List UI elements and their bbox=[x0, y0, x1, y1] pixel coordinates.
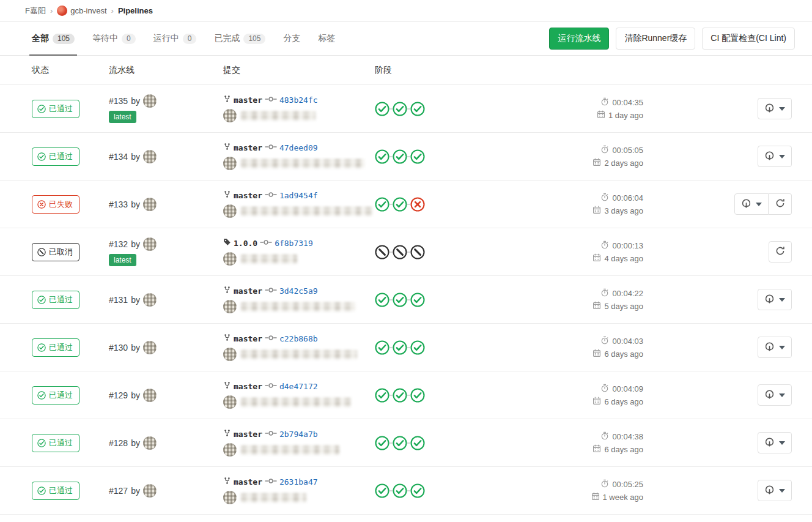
stage-status-passed-icon[interactable] bbox=[393, 149, 407, 164]
stage-status-passed-icon[interactable] bbox=[393, 483, 407, 498]
stage-status-canceled-icon[interactable] bbox=[410, 245, 425, 259]
stage-status-passed-icon[interactable] bbox=[393, 293, 407, 307]
user-avatar[interactable] bbox=[143, 484, 157, 498]
committer-avatar[interactable] bbox=[223, 157, 237, 170]
user-avatar[interactable] bbox=[143, 341, 157, 354]
download-artifacts-button[interactable] bbox=[758, 289, 792, 310]
status-badge[interactable]: 已通过 bbox=[32, 482, 79, 500]
committer-avatar[interactable] bbox=[223, 204, 237, 218]
pipeline-id-link[interactable]: #128 bbox=[109, 438, 128, 448]
status-badge[interactable]: 已通过 bbox=[32, 147, 79, 166]
stage-status-passed-icon[interactable] bbox=[375, 436, 389, 450]
stage-status-passed-icon[interactable] bbox=[375, 340, 389, 355]
user-avatar[interactable] bbox=[143, 198, 157, 211]
user-avatar[interactable] bbox=[143, 237, 157, 251]
stage-status-passed-icon[interactable] bbox=[393, 388, 407, 403]
commit-sha-link[interactable]: 2b794a7b bbox=[279, 430, 318, 439]
ref-link[interactable]: master bbox=[234, 382, 262, 391]
committer-avatar[interactable] bbox=[223, 491, 237, 504]
status-badge[interactable]: 已通过 bbox=[32, 338, 79, 357]
status-badge[interactable]: 已通过 bbox=[32, 291, 79, 309]
stage-status-passed-icon[interactable] bbox=[410, 293, 425, 307]
status-badge[interactable]: 已取消 bbox=[32, 243, 79, 261]
committer-avatar[interactable] bbox=[223, 252, 237, 266]
stage-status-passed-icon[interactable] bbox=[375, 102, 389, 116]
user-avatar[interactable] bbox=[143, 94, 157, 108]
stage-status-failed-icon[interactable] bbox=[410, 197, 425, 212]
stage-status-passed-icon[interactable] bbox=[410, 149, 425, 164]
commit-sha-link[interactable]: 483b24fc bbox=[279, 95, 318, 105]
stage-status-passed-icon[interactable] bbox=[393, 436, 407, 450]
clear-runner-cache-button[interactable]: 清除Runner缓存 bbox=[616, 28, 695, 50]
commit-sha-link[interactable]: 6f8b7319 bbox=[275, 239, 313, 248]
download-artifacts-button[interactable] bbox=[758, 146, 792, 167]
pipeline-id-link[interactable]: #135 bbox=[109, 96, 128, 106]
breadcrumb-group-link[interactable]: F嘉阳 bbox=[25, 6, 46, 17]
stage-status-passed-icon[interactable] bbox=[375, 388, 389, 403]
pipeline-id-link[interactable]: #129 bbox=[109, 390, 128, 400]
pipeline-id-link[interactable]: #127 bbox=[109, 486, 128, 496]
stage-status-passed-icon[interactable] bbox=[393, 197, 407, 212]
retry-pipeline-button[interactable] bbox=[769, 193, 792, 215]
status-badge[interactable]: 已通过 bbox=[32, 100, 79, 118]
committer-avatar[interactable] bbox=[223, 300, 237, 313]
breadcrumb-project-link[interactable]: gcb-invest bbox=[57, 6, 106, 16]
retry-pipeline-button[interactable] bbox=[769, 241, 792, 263]
tab-3[interactable]: 已完成105 bbox=[214, 22, 265, 55]
stage-status-passed-icon[interactable] bbox=[375, 483, 389, 498]
user-avatar[interactable] bbox=[143, 293, 157, 307]
tab-5[interactable]: 标签 bbox=[318, 22, 335, 55]
tab-2[interactable]: 运行中0 bbox=[153, 22, 197, 55]
status-badge[interactable]: 已通过 bbox=[32, 386, 79, 405]
status-badge[interactable]: 已失败 bbox=[32, 195, 79, 214]
pipeline-id-link[interactable]: #130 bbox=[109, 343, 128, 352]
stage-status-passed-icon[interactable] bbox=[375, 197, 389, 212]
stage-status-passed-icon[interactable] bbox=[410, 102, 425, 116]
tab-4[interactable]: 分支 bbox=[283, 22, 300, 55]
stage-status-passed-icon[interactable] bbox=[393, 340, 407, 355]
stage-status-passed-icon[interactable] bbox=[410, 388, 425, 403]
stage-status-passed-icon[interactable] bbox=[410, 436, 425, 450]
pipeline-id-link[interactable]: #132 bbox=[109, 239, 128, 249]
download-artifacts-button[interactable] bbox=[758, 98, 792, 119]
user-avatar[interactable] bbox=[143, 389, 157, 402]
ref-link[interactable]: master bbox=[234, 95, 262, 105]
commit-sha-link[interactable]: d4e47172 bbox=[279, 382, 318, 391]
committer-avatar[interactable] bbox=[223, 109, 237, 122]
ref-link[interactable]: master bbox=[234, 143, 262, 152]
run-pipeline-button[interactable]: 运行流水线 bbox=[549, 28, 609, 50]
download-artifacts-button[interactable] bbox=[758, 432, 792, 453]
ref-link[interactable]: master bbox=[234, 334, 262, 343]
ref-link[interactable]: master bbox=[234, 191, 262, 200]
commit-sha-link[interactable]: 3d42c5a9 bbox=[279, 286, 318, 296]
download-artifacts-button[interactable] bbox=[758, 337, 792, 358]
commit-sha-link[interactable]: 2631ba47 bbox=[279, 477, 318, 487]
ref-link[interactable]: master bbox=[234, 477, 262, 487]
tab-1[interactable]: 等待中0 bbox=[92, 22, 136, 55]
commit-sha-link[interactable]: c22b868b bbox=[279, 334, 318, 343]
download-artifacts-button[interactable] bbox=[734, 193, 769, 215]
commit-sha-link[interactable]: 47deed09 bbox=[279, 143, 318, 152]
stage-status-passed-icon[interactable] bbox=[375, 149, 389, 164]
ref-link[interactable]: master bbox=[234, 430, 262, 439]
committer-avatar[interactable] bbox=[223, 395, 237, 409]
stage-status-canceled-icon[interactable] bbox=[393, 245, 407, 259]
committer-avatar[interactable] bbox=[223, 348, 237, 361]
ref-link[interactable]: master bbox=[234, 286, 262, 296]
stage-status-passed-icon[interactable] bbox=[410, 483, 425, 498]
stage-status-passed-icon[interactable] bbox=[375, 293, 389, 307]
stage-status-passed-icon[interactable] bbox=[393, 102, 407, 116]
status-badge[interactable]: 已通过 bbox=[32, 434, 79, 452]
download-artifacts-button[interactable] bbox=[758, 384, 792, 406]
download-artifacts-button[interactable] bbox=[758, 480, 792, 501]
pipeline-id-link[interactable]: #131 bbox=[109, 295, 128, 305]
ci-lint-button[interactable]: CI 配置检查(CI Lint) bbox=[702, 28, 795, 50]
stage-status-passed-icon[interactable] bbox=[410, 340, 425, 355]
pipeline-id-link[interactable]: #134 bbox=[109, 152, 128, 162]
ref-link[interactable]: 1.0.0 bbox=[234, 239, 257, 248]
committer-avatar[interactable] bbox=[223, 443, 237, 457]
tab-0[interactable]: 全部105 bbox=[32, 22, 75, 55]
commit-sha-link[interactable]: 1ad9454f bbox=[279, 191, 318, 200]
user-avatar[interactable] bbox=[143, 150, 157, 163]
user-avatar[interactable] bbox=[143, 436, 157, 450]
